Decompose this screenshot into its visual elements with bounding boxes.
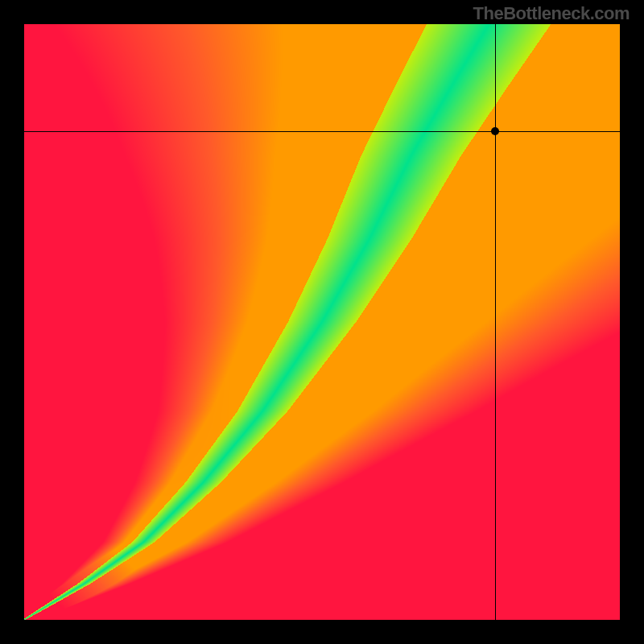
crosshair-vertical	[495, 24, 496, 620]
marker-dot	[491, 127, 499, 135]
watermark-text: TheBottleneck.com	[473, 3, 630, 24]
heatmap-canvas	[24, 24, 620, 620]
crosshair-horizontal	[24, 131, 620, 132]
heatmap-plot	[24, 24, 620, 620]
